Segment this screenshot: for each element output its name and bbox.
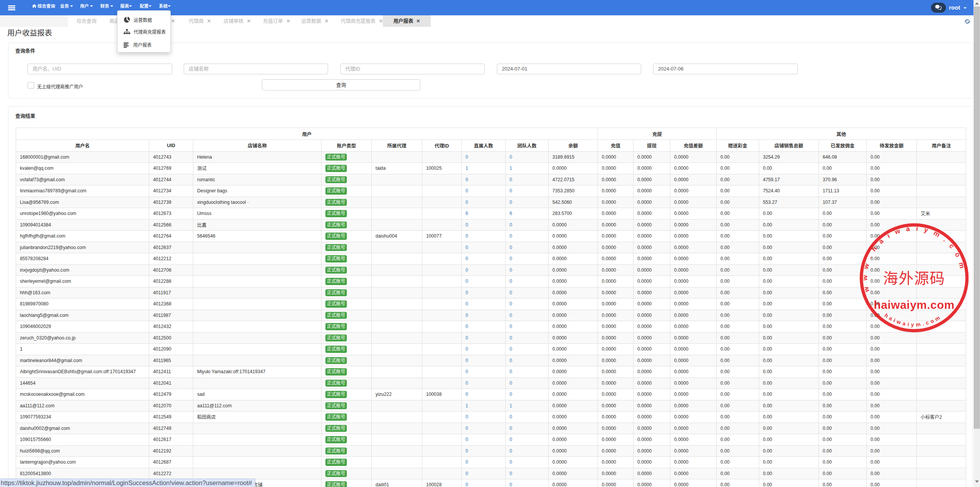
svg-text:haiwaiym.com: haiwaiym.com [874, 298, 954, 311]
svg-text:海外源码: 海外源码 [883, 266, 945, 288]
